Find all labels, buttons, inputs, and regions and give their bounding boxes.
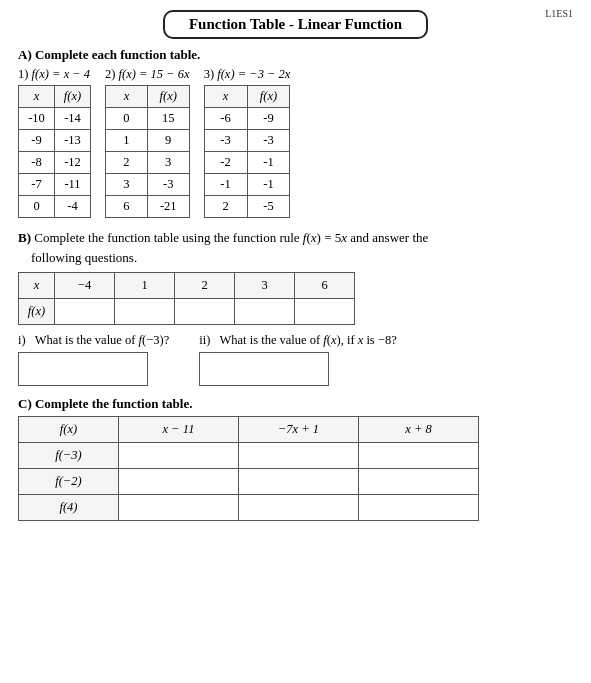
fx-value: -12 xyxy=(55,152,91,174)
table-row: 3-3 xyxy=(106,174,190,196)
func-b-val4[interactable] xyxy=(235,299,295,325)
table-row: -10-14 xyxy=(19,108,91,130)
func-b-table: x −4 1 2 3 6 f(x) xyxy=(18,272,355,325)
fx-value: -11 xyxy=(55,174,91,196)
fx-value: 15 xyxy=(147,108,189,130)
func1-col-x: x xyxy=(19,86,55,108)
func-b-val3[interactable] xyxy=(175,299,235,325)
question-block-ii: ii) What is the value of f(x), if x is −… xyxy=(199,333,396,386)
x-value: 0 xyxy=(106,108,148,130)
fx-value: -5 xyxy=(247,196,290,218)
data-cell[interactable] xyxy=(239,443,359,469)
question-i-text: i) What is the value of f(−3)? xyxy=(18,333,169,348)
func2-col-fx: f(x) xyxy=(147,86,189,108)
x-value: -2 xyxy=(204,152,247,174)
table-row: -2-1 xyxy=(204,152,290,174)
func-c-header-row: f(x) x − 11 −7x + 1 x + 8 xyxy=(19,417,479,443)
header: Function Table - Linear Function L1ES1 xyxy=(18,10,573,39)
x-value: -3 xyxy=(204,130,247,152)
func-b-val5[interactable] xyxy=(295,299,355,325)
table-row: 23 xyxy=(106,152,190,174)
func-c-col3: x + 8 xyxy=(359,417,479,443)
func-b-fx-label: f(x) xyxy=(19,299,55,325)
func1-formula: f(x) = x − 4 xyxy=(32,67,91,81)
func-c-col1: x − 11 xyxy=(119,417,239,443)
function-block-2: 2) f(x) = 15 − 6x x f(x) 01519233-36-21 xyxy=(105,67,190,218)
data-cell[interactable] xyxy=(239,495,359,521)
answer-box-i[interactable] xyxy=(18,352,148,386)
page: Function Table - Linear Function L1ES1 A… xyxy=(0,0,591,683)
section-c: C) Complete the function table. f(x) x −… xyxy=(18,396,573,521)
func2-num: 2) xyxy=(105,67,119,81)
func-b-val2[interactable] xyxy=(115,299,175,325)
fx-value: -1 xyxy=(247,174,290,196)
func-b-data-row: f(x) xyxy=(19,299,355,325)
func2-table: x f(x) 01519233-36-21 xyxy=(105,85,190,218)
row-label: f(−2) xyxy=(19,469,119,495)
section-b-desc2: following questions. xyxy=(18,250,137,265)
data-cell[interactable] xyxy=(359,443,479,469)
fx-value: -4 xyxy=(55,196,91,218)
row-label: f(4) xyxy=(19,495,119,521)
fx-value: -9 xyxy=(247,108,290,130)
table-row: -8-12 xyxy=(19,152,91,174)
table-row: 0-4 xyxy=(19,196,91,218)
fx-value: -21 xyxy=(147,196,189,218)
section-b: B) Complete the function table using the… xyxy=(18,228,573,386)
x-value: -10 xyxy=(19,108,55,130)
function-block-1: 1) f(x) = x − 4 x f(x) -10-14-9-13-8-12-… xyxy=(18,67,91,218)
row-label: f(−3) xyxy=(19,443,119,469)
func-b-x4: 3 xyxy=(235,273,295,299)
page-title: Function Table - Linear Function xyxy=(189,16,402,32)
func-b-x-label: x xyxy=(19,273,55,299)
fx-value: -3 xyxy=(247,130,290,152)
func3-formula: f(x) = −3 − 2x xyxy=(217,67,290,81)
table-row: f(4) xyxy=(19,495,479,521)
table-row: f(−3) xyxy=(19,443,479,469)
func2-formula: f(x) = 15 − 6x xyxy=(119,67,190,81)
func2-col-x: x xyxy=(106,86,148,108)
functions-row: 1) f(x) = x − 4 x f(x) -10-14-9-13-8-12-… xyxy=(18,67,573,218)
data-cell[interactable] xyxy=(239,469,359,495)
x-value: 0 xyxy=(19,196,55,218)
table-row: 19 xyxy=(106,130,190,152)
fx-value: 9 xyxy=(147,130,189,152)
answer-box-ii[interactable] xyxy=(199,352,329,386)
func3-col-x: x xyxy=(204,86,247,108)
func-b-header-row: x −4 1 2 3 6 xyxy=(19,273,355,299)
table-row: -9-13 xyxy=(19,130,91,152)
func1-col-fx: f(x) xyxy=(55,86,91,108)
fx-value: -14 xyxy=(55,108,91,130)
table-row: -6-9 xyxy=(204,108,290,130)
x-value: -1 xyxy=(204,174,247,196)
data-cell[interactable] xyxy=(119,469,239,495)
data-cell[interactable] xyxy=(359,469,479,495)
question-block-i: i) What is the value of f(−3)? xyxy=(18,333,169,386)
table-row: 2-5 xyxy=(204,196,290,218)
x-value: -9 xyxy=(19,130,55,152)
data-cell[interactable] xyxy=(119,495,239,521)
func1-num: 1) xyxy=(18,67,32,81)
x-value: -6 xyxy=(204,108,247,130)
fx-value: -13 xyxy=(55,130,91,152)
table-row: f(−2) xyxy=(19,469,479,495)
x-value: -7 xyxy=(19,174,55,196)
data-cell[interactable] xyxy=(119,443,239,469)
x-value: 6 xyxy=(106,196,148,218)
questions-row: i) What is the value of f(−3)? ii) What … xyxy=(18,333,573,386)
x-value: 3 xyxy=(106,174,148,196)
x-value: 1 xyxy=(106,130,148,152)
table-row: 015 xyxy=(106,108,190,130)
func-b-val1[interactable] xyxy=(55,299,115,325)
function-block-3: 3) f(x) = −3 − 2x x f(x) -6-9-3-3-2-1-1-… xyxy=(204,67,291,218)
x-value: 2 xyxy=(204,196,247,218)
func-c-col0: f(x) xyxy=(19,417,119,443)
function-title-1: 1) f(x) = x − 4 xyxy=(18,67,91,82)
fx-value: -3 xyxy=(147,174,189,196)
func3-num: 3) xyxy=(204,67,218,81)
function-title-2: 2) f(x) = 15 − 6x xyxy=(105,67,190,82)
table-row: -1-1 xyxy=(204,174,290,196)
table-row: -3-3 xyxy=(204,130,290,152)
func-b-x2: 1 xyxy=(115,273,175,299)
data-cell[interactable] xyxy=(359,495,479,521)
